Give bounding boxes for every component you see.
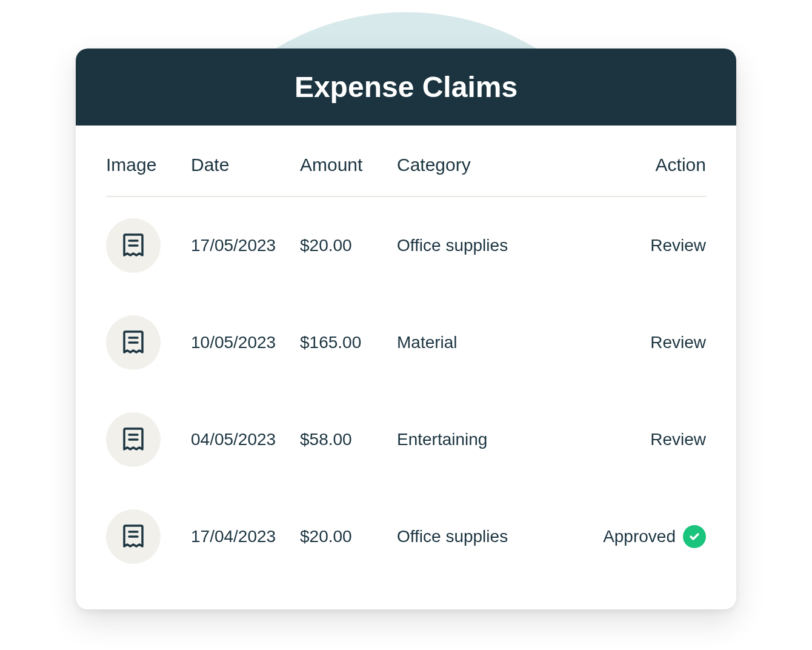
column-header-amount: Amount (300, 155, 397, 175)
table-row: 17/04/2023 $20.00 Office supplies Approv… (106, 488, 706, 585)
cell-image (106, 315, 191, 370)
cell-amount: $165.00 (300, 333, 397, 352)
cell-date: 10/05/2023 (191, 333, 300, 352)
expense-claims-card: Expense Claims Image Date Amount Categor… (76, 49, 736, 609)
cell-action[interactable]: Review (554, 333, 706, 352)
cell-category: Office supplies (397, 527, 554, 546)
card-title: Expense Claims (76, 49, 736, 126)
action-label: Review (650, 430, 706, 449)
receipt-icon[interactable] (106, 218, 161, 273)
cell-category: Office supplies (397, 236, 554, 255)
cell-category: Material (397, 333, 554, 352)
table-header-row: Image Date Amount Category Action (106, 126, 706, 197)
table-row: 10/05/2023 $165.00 Material Review (106, 294, 706, 391)
cell-date: 17/05/2023 (191, 236, 300, 255)
receipt-icon[interactable] (106, 412, 161, 467)
approved-check-icon (683, 525, 706, 548)
column-header-image: Image (106, 155, 191, 175)
cell-date: 04/05/2023 (191, 430, 300, 449)
receipt-icon[interactable] (106, 509, 161, 564)
cell-image (106, 218, 191, 273)
cell-action[interactable]: Approved (554, 525, 706, 548)
action-label: Review (650, 236, 706, 255)
column-header-date: Date (191, 155, 300, 175)
column-header-category: Category (397, 155, 554, 175)
cell-amount: $20.00 (300, 527, 397, 546)
cell-category: Entertaining (397, 430, 554, 449)
cell-amount: $20.00 (300, 236, 397, 255)
cell-action[interactable]: Review (554, 430, 706, 449)
action-label: Review (650, 333, 706, 352)
cell-amount: $58.00 (300, 430, 397, 449)
action-label: Approved (603, 527, 676, 546)
cell-image (106, 412, 191, 467)
table-row: 04/05/2023 $58.00 Entertaining Review (106, 391, 706, 488)
cell-image (106, 509, 191, 564)
expense-table: Image Date Amount Category Action 17/05/… (76, 126, 736, 609)
receipt-icon[interactable] (106, 315, 161, 370)
cell-date: 17/04/2023 (191, 527, 300, 546)
cell-action[interactable]: Review (554, 236, 706, 255)
table-row: 17/05/2023 $20.00 Office supplies Review (106, 197, 706, 294)
column-header-action: Action (554, 155, 706, 175)
